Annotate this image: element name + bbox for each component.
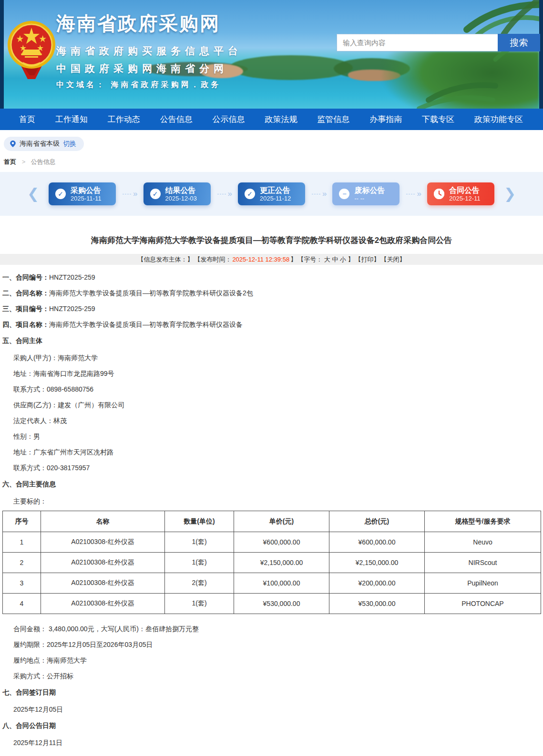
col-header-spec: 规格型号/服务要求 <box>425 511 541 532</box>
breadcrumb-home[interactable]: 首页 <box>4 158 16 165</box>
font-size-controls[interactable]: 【字号： 大 中 小 】 <box>297 255 354 264</box>
region-label: 海南省省本级 <box>20 140 60 148</box>
nav-item-public-notice[interactable]: 公示信息 <box>213 114 245 125</box>
announcement-timeline: ❮ ✓ 采购公告 2025-11-11 » ✓ 结果公告 2025-12-03 … <box>0 172 543 216</box>
performance-place-line: 履约地点：海南师范大学 <box>2 657 541 664</box>
contract-number-line: 一、合同编号：HNZT2025-259 <box>2 274 541 281</box>
breadcrumb: 首页 > 公告信息 <box>4 158 543 166</box>
procurement-method-line: 采购方式：公开招标 <box>2 673 541 679</box>
project-name-line: 四、项目名称：海南师范大学教学设备提质项目—初等教育学院教学科研仪器设备 <box>2 321 541 328</box>
buyer-address-line: 地址：海南省海口市龙昆南路99号 <box>2 370 541 377</box>
nav-item-supervision[interactable]: 监管信息 <box>317 114 349 125</box>
col-header-qty: 数量(单位) <box>165 511 234 532</box>
banner-right-band <box>539 0 543 109</box>
timeline-step-date: -- -- <box>354 195 385 202</box>
supplier-contact-line: 联系方式：020-38175957 <box>2 464 541 471</box>
sign-date-value: 2025年12月05日 <box>2 706 541 713</box>
search-bar: 搜索 <box>337 34 540 51</box>
buyer-contact-line: 联系方式：0898-65880756 <box>2 386 541 393</box>
timeline-step-label: 更正公告 <box>260 186 291 195</box>
buyer-line: 采购人(甲方)：海南师范大学 <box>2 354 541 361</box>
site-banner: 海南省政府采购网 海南省政府购买服务信息平台 中国政府采购网海南省分网 中文域名… <box>0 0 543 109</box>
article-meta-bar: 【信息发布主体：】 【发布时间： 2025-12-11 12:39:58 】 【… <box>0 254 543 265</box>
banner-left-band <box>0 0 4 109</box>
timeline-step-contract[interactable]: 合同公告 2025-12-11 <box>427 182 494 205</box>
national-emblem-logo <box>7 18 56 80</box>
timeline-step-label: 结果公告 <box>165 186 197 195</box>
table-row: 3 A02100308-红外仪器 2(套) ¥100,000.00 ¥200,0… <box>3 573 541 594</box>
contract-amount-line: 合同金额： 3,480,000.00元，大写(人民币)：叁佰肆拾捌万元整 <box>2 625 541 632</box>
close-button[interactable]: 【关闭】 <box>381 255 406 264</box>
site-title: 海南省政府采购网 <box>56 10 242 37</box>
check-icon: ✓ <box>245 189 255 199</box>
supplier-line: 供应商(乙方)：建发（广州）有限公司 <box>2 402 541 408</box>
performance-period-line: 履约期限：2025年12月05日至2026年03月05日 <box>2 641 541 648</box>
table-row: 4 A02100308-红外仪器 1(套) ¥530,000.00 ¥530,0… <box>3 594 541 614</box>
col-header-unit-price: 单价(元) <box>234 511 329 532</box>
table-row: 1 A02100308-红外仪器 1(套) ¥600,000.00 ¥600,0… <box>3 532 541 553</box>
main-navigation: 首页 工作通知 工作动态 公告信息 公示信息 政策法规 监管信息 办事指南 下载… <box>0 109 543 130</box>
publisher-label: 【信息发布主体：】 <box>137 255 193 264</box>
section-sign-date: 七、合同签订日期 <box>2 688 541 697</box>
nav-item-policy[interactable]: 政策法规 <box>265 114 297 125</box>
timeline-connector: » <box>217 189 231 199</box>
section-contract-info: 六、合同主要信息 <box>2 480 541 489</box>
contract-name-line: 二、合同名称：海南师范大学教学设备提质项目—初等教育学院教学科研仪器设备2包 <box>2 290 541 296</box>
breadcrumb-separator: > <box>22 158 26 165</box>
clock-icon <box>434 189 444 199</box>
timeline-step-date: 2025-12-11 <box>449 195 481 202</box>
timeline-step-label: 采购公告 <box>71 186 102 195</box>
nav-item-home[interactable]: 首页 <box>19 114 35 125</box>
timeline-step-procurement[interactable]: ✓ 采购公告 2025-11-11 <box>49 182 116 205</box>
publish-time-value: 2025-12-11 12:39:58 <box>232 256 289 263</box>
table-header-row: 序号 名称 数量(单位) 单价(元) 总价(元) 规格型号/服务要求 <box>3 511 541 532</box>
site-domain-name: 中文域名： 海南省政府采购网．政务 <box>56 80 242 90</box>
timeline-step-result[interactable]: ✓ 结果公告 2025-12-03 <box>143 182 211 205</box>
col-header-index: 序号 <box>3 511 41 532</box>
site-subtitle-1: 海南省政府购买服务信息平台 <box>56 44 242 58</box>
article-body: 一、合同编号：HNZT2025-259 二、合同名称：海南师范大学教学设备提质项… <box>0 274 543 746</box>
breadcrumb-current[interactable]: 公告信息 <box>31 158 56 165</box>
region-selector[interactable]: 海南省省本级 切换 <box>4 137 84 151</box>
timeline-connector: » <box>123 189 136 199</box>
nav-item-policy-zone[interactable]: 政策功能专区 <box>474 114 523 125</box>
timeline-step-label: 合同公告 <box>449 186 481 195</box>
timeline-step-void-bid[interactable]: − 废标公告 -- -- <box>332 182 400 205</box>
timeline-next-arrow[interactable]: ❯ <box>501 187 519 201</box>
col-header-name: 名称 <box>41 511 165 532</box>
timeline-step-label: 废标公告 <box>354 186 385 195</box>
section-announce-date: 八、合同公告日期 <box>2 722 541 730</box>
col-header-total-price: 总价(元) <box>329 511 425 532</box>
timeline-step-correction[interactable]: ✓ 更正公告 2025-11-12 <box>238 182 305 205</box>
minus-icon: − <box>339 189 349 199</box>
publish-time-suffix: 】 <box>290 255 297 264</box>
nav-item-work-notice[interactable]: 工作通知 <box>55 114 88 125</box>
nav-item-guide[interactable]: 办事指南 <box>369 114 402 125</box>
contract-items-table: 序号 名称 数量(单位) 单价(元) 总价(元) 规格型号/服务要求 1 A02… <box>2 511 541 614</box>
timeline-step-date: 2025-11-11 <box>71 195 102 202</box>
timeline-connector: » <box>312 189 326 199</box>
check-icon: ✓ <box>55 189 66 199</box>
project-number-line: 三、项目编号：HNZT2025-259 <box>2 305 541 312</box>
announce-date-value: 2025年12月11日 <box>2 739 541 746</box>
search-input[interactable] <box>337 34 498 51</box>
nav-item-downloads[interactable]: 下载专区 <box>422 114 454 125</box>
nav-item-work-news[interactable]: 工作动态 <box>108 114 140 125</box>
timeline-connector: » <box>406 189 420 199</box>
site-subtitle-2: 中国政府采购网海南省分网 <box>56 62 242 75</box>
nav-item-announcements[interactable]: 公告信息 <box>160 114 193 125</box>
location-pin-icon <box>10 141 16 147</box>
region-switch-link[interactable]: 切换 <box>63 140 76 148</box>
timeline-step-date: 2025-12-03 <box>165 195 197 202</box>
article-title: 海南师范大学海南师范大学教学设备提质项目—初等教育学院教学科研仪器设备2包政府采… <box>0 235 543 246</box>
search-button[interactable]: 搜索 <box>498 34 540 51</box>
publish-time-prefix: 【发布时间： <box>194 255 231 264</box>
timeline-prev-arrow[interactable]: ❮ <box>24 187 42 201</box>
banner-title-block: 海南省政府采购网 海南省政府购买服务信息平台 中国政府采购网海南省分网 中文域名… <box>56 10 242 90</box>
legal-rep-line: 法定代表人：林茂 <box>2 417 541 424</box>
check-icon: ✓ <box>150 189 161 199</box>
gender-line: 性别：男 <box>2 433 541 440</box>
table-row: 2 A02100308-红外仪器 1(套) ¥2,150,000.00 ¥2,1… <box>3 553 541 573</box>
section-contract-parties: 五、合同主体 <box>2 337 541 345</box>
print-button[interactable]: 【打印】 <box>355 255 380 264</box>
